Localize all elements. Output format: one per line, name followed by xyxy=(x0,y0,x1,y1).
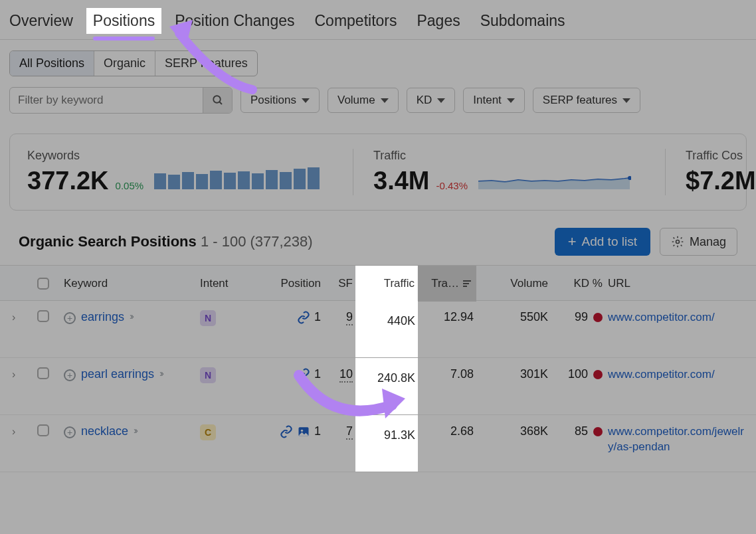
stat-traffic-label: Traffic xyxy=(373,149,638,163)
expand-row-icon[interactable]: › xyxy=(12,369,15,380)
kd-difficulty-dot xyxy=(593,313,603,322)
plus-icon: + xyxy=(568,234,577,249)
traffic-sparkline xyxy=(478,169,631,189)
chevron-down-icon xyxy=(507,98,515,103)
row-checkbox[interactable] xyxy=(37,310,49,322)
filter-volume[interactable]: Volume xyxy=(328,88,399,113)
keyword-link[interactable]: earrings xyxy=(81,310,124,324)
main-tabs: Overview Positions Position Changes Comp… xyxy=(0,0,756,40)
traffic-value: 440K xyxy=(355,301,418,357)
col-traffic[interactable]: Traffic xyxy=(355,266,418,302)
select-all-checkbox[interactable] xyxy=(37,278,49,290)
keywords-sparkline xyxy=(154,167,320,189)
col-position[interactable]: Position xyxy=(264,277,324,290)
tab-competitors[interactable]: Competitors xyxy=(314,12,397,30)
keyword-link[interactable]: pearl earrings xyxy=(81,367,154,381)
table-row: › + pearl earrings ›› N 1 10 240.8K 7.08… xyxy=(0,358,756,415)
col-url[interactable]: URL xyxy=(605,277,751,290)
volume-value: 550K xyxy=(476,310,551,324)
stat-traffic-cost-value: $7.2M xyxy=(686,167,756,195)
svg-point-3 xyxy=(676,240,679,244)
sf-value[interactable]: 7 xyxy=(346,424,353,440)
keyword-cell: + necklace ›› xyxy=(61,424,197,438)
stat-keywords-delta: 0.05% xyxy=(116,180,144,191)
kd-value: 100 xyxy=(551,367,605,381)
stat-keywords-label: Keywords xyxy=(27,149,326,163)
kd-difficulty-dot xyxy=(593,427,603,436)
keyword-cell: + earrings ›› xyxy=(61,310,197,324)
svg-point-0 xyxy=(213,96,221,103)
add-keyword-icon[interactable]: + xyxy=(64,426,76,438)
add-keyword-icon[interactable]: + xyxy=(64,369,76,381)
tab-position-changes[interactable]: Position Changes xyxy=(175,12,294,30)
url-link[interactable]: www.competitor.com/ xyxy=(605,367,751,383)
seg-organic[interactable]: Organic xyxy=(94,51,155,76)
link-icon xyxy=(297,311,310,324)
col-intent[interactable]: Intent xyxy=(197,277,264,290)
kd-difficulty-dot xyxy=(593,370,603,379)
col-kd[interactable]: KD % xyxy=(551,277,605,290)
expand-row-icon[interactable]: › xyxy=(12,426,15,437)
row-checkbox[interactable] xyxy=(37,424,49,436)
tab-pages[interactable]: Pages xyxy=(417,12,460,30)
tab-positions[interactable]: Positions xyxy=(86,8,161,34)
chevron-down-icon xyxy=(302,98,310,103)
col-keyword[interactable]: Keyword xyxy=(61,277,197,290)
intent-badge: N xyxy=(200,367,216,383)
position-value: 1 xyxy=(314,367,321,381)
open-keyword-icon[interactable]: ›› xyxy=(134,424,136,436)
col-traffic-percent[interactable]: Tra… xyxy=(418,266,476,302)
table-header-row: Keyword Intent Position SF Traffic Tra… … xyxy=(0,265,756,301)
stat-traffic-cost: Traffic Cos $7.2M xyxy=(665,149,756,195)
keyword-filter-search-button[interactable] xyxy=(203,88,232,113)
kd-value: 99 xyxy=(551,310,605,324)
open-keyword-icon[interactable]: ›› xyxy=(159,367,162,379)
tab-overview[interactable]: Overview xyxy=(9,12,73,30)
intent-badge: N xyxy=(200,310,216,326)
traffic-percent-value: 7.08 xyxy=(418,367,476,381)
chevron-down-icon xyxy=(381,98,389,103)
filter-positions[interactable]: Positions xyxy=(240,88,320,113)
stat-traffic-cost-label: Traffic Cos xyxy=(686,149,756,163)
image-icon xyxy=(297,425,310,438)
add-keyword-icon[interactable]: + xyxy=(64,312,76,324)
filter-serp-features[interactable]: SERP features xyxy=(533,88,640,113)
segment-group: All Positions Organic SERP Features xyxy=(9,50,258,76)
expand-row-icon[interactable]: › xyxy=(12,312,15,323)
table-row: › + necklace ›› C 1 7 91.3K 2.68 368K 85… xyxy=(0,415,756,472)
seg-serp-features[interactable]: SERP Features xyxy=(155,51,257,76)
table-section-header: Organic Search Positions 1 - 100 (377,23… xyxy=(0,222,756,265)
intent-badge: C xyxy=(200,424,216,440)
filter-row: Positions Volume KD Intent SERP features xyxy=(0,87,756,126)
tab-subdomains[interactable]: Subdomains xyxy=(480,12,565,30)
svg-point-5 xyxy=(301,429,303,431)
sf-value[interactable]: 10 xyxy=(339,367,353,383)
stat-keywords: Keywords 377.2K 0.05% xyxy=(27,149,326,195)
sf-value[interactable]: 9 xyxy=(346,310,353,325)
url-link[interactable]: www.competitor.com/jewelry/as-pendan xyxy=(605,424,751,455)
add-to-list-button[interactable]: + Add to list xyxy=(555,228,650,256)
filter-intent[interactable]: Intent xyxy=(463,88,525,113)
position-value: 1 xyxy=(314,424,321,438)
row-checkbox[interactable] xyxy=(37,367,49,379)
positions-table: Keyword Intent Position SF Traffic Tra… … xyxy=(0,265,756,472)
keyword-filter-input[interactable] xyxy=(10,88,203,113)
keyword-filter-wrap xyxy=(9,87,233,114)
keyword-cell: + pearl earrings ›› xyxy=(61,367,197,381)
traffic-value: 240.8K xyxy=(355,358,418,414)
position-value: 1 xyxy=(314,310,321,324)
open-keyword-icon[interactable]: ›› xyxy=(130,310,132,321)
search-icon xyxy=(212,94,224,106)
col-volume[interactable]: Volume xyxy=(476,277,551,290)
chevron-down-icon xyxy=(622,98,630,103)
filter-kd[interactable]: KD xyxy=(407,88,456,113)
manage-columns-button[interactable]: Manag xyxy=(660,228,737,256)
gear-icon xyxy=(671,235,684,248)
stat-traffic-delta: -0.43% xyxy=(436,180,468,191)
stat-traffic: Traffic 3.4M -0.43% xyxy=(353,149,638,195)
keyword-link[interactable]: necklace xyxy=(81,424,128,438)
seg-all-positions[interactable]: All Positions xyxy=(10,51,94,76)
col-sf[interactable]: SF xyxy=(324,277,355,290)
table-title: Organic Search Positions 1 - 100 (377,23… xyxy=(19,233,313,250)
url-link[interactable]: www.competitor.com/ xyxy=(605,310,751,325)
